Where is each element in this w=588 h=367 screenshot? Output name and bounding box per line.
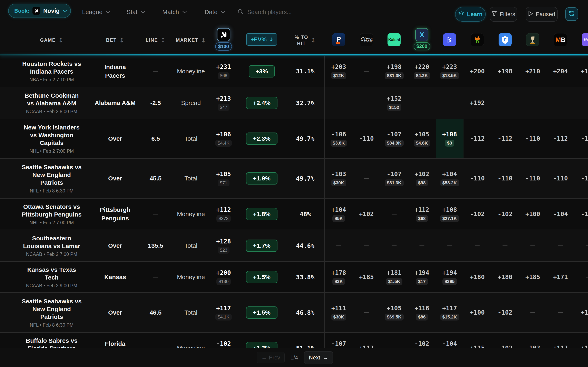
book-odds-cell[interactable]: -110 (491, 159, 519, 198)
book-odds-cell[interactable] (519, 293, 547, 332)
column-header-hit[interactable]: % TO HIT ↕ (286, 24, 324, 54)
game-cell[interactable]: Kansas vs TexasTech NCAAB • Feb 2 9:00 P… (0, 262, 91, 292)
book-odds-cell[interactable]: -112 (491, 119, 519, 158)
book-odds-cell[interactable]: +180 (463, 262, 491, 292)
prizepicks-book-icon[interactable]: P (332, 33, 345, 46)
x-book-icon[interactable]: X (415, 28, 428, 41)
book-odds-cell[interactable]: +112$68 (408, 199, 436, 230)
book-odds-cell[interactable]: -103$30K (325, 159, 353, 198)
book-odds-cell[interactable] (436, 230, 463, 261)
book-odds-cell[interactable]: +102$98 (408, 159, 436, 198)
book-odds-cell[interactable]: +198 (574, 56, 588, 87)
book-odds-cell[interactable]: +192 (463, 87, 491, 119)
book-odds-cell[interactable] (491, 87, 519, 119)
book-odds-cell[interactable]: -102 (491, 293, 519, 332)
hardrock-book-icon[interactable]: Hard (582, 33, 588, 46)
book-odds-cell[interactable] (380, 199, 408, 230)
book-odds-cell[interactable]: +203$12K (325, 56, 353, 87)
book-odds-cell[interactable]: -107$81.3K (380, 159, 408, 198)
kalshi-book-icon[interactable]: Kalshi (388, 33, 401, 46)
book-odds-cell[interactable] (380, 230, 408, 261)
book-odds-cell[interactable]: +181$1.5K (380, 262, 408, 292)
book-odds-cell[interactable]: +194$395 (436, 262, 463, 292)
novig-odds-cell[interactable]: +106 $4.4K (210, 119, 237, 158)
book-odds-cell[interactable]: -110 (353, 119, 380, 158)
draftkings-book-icon[interactable]: D (471, 33, 484, 46)
paused-button[interactable]: Paused (526, 7, 558, 22)
book-odds-cell[interactable]: +200 (463, 56, 491, 87)
book-odds-cell[interactable] (353, 159, 380, 198)
book-odds-cell[interactable]: +185 (519, 262, 547, 292)
book-odds-cell[interactable]: +210 (519, 56, 547, 87)
chalice-book-icon[interactable] (526, 33, 539, 46)
book-odds-cell[interactable]: +100 (574, 293, 588, 332)
fanduel-book-icon[interactable]: F (499, 33, 512, 46)
mb-book-icon[interactable]: MB (554, 33, 567, 46)
book-odds-cell[interactable] (325, 230, 353, 261)
book-odds-cell[interactable]: -104 (574, 199, 588, 230)
book-odds-cell[interactable]: +108$27.1K (436, 199, 463, 230)
novig-odds-cell[interactable]: +200 $130 (210, 262, 237, 292)
book-odds-cell[interactable]: +108$3 (436, 119, 463, 158)
book-odds-cell[interactable]: -112 (463, 119, 491, 158)
game-cell[interactable]: Seattle Seahawks vsNew EnglandPatriots N… (0, 293, 91, 332)
game-cell[interactable]: Seattle Seahawks vsNew EnglandPatriots N… (0, 159, 91, 198)
filters-button[interactable]: Filters (490, 7, 517, 22)
book-odds-cell[interactable]: +198$31.3K (380, 56, 408, 87)
novig-odds-cell[interactable]: +117 $4.1K (210, 293, 237, 332)
book-odds-cell[interactable]: -104 (546, 199, 574, 230)
book-odds-cell[interactable]: +111$30K (325, 293, 353, 332)
refresh-button[interactable] (565, 7, 578, 21)
book-odds-cell[interactable] (436, 87, 463, 119)
column-header-line[interactable]: LINE ↕ (139, 24, 172, 54)
book-odds-cell[interactable]: +117$15.2K (436, 293, 463, 332)
game-cell[interactable]: Ottawa Senators vsPittsburgh Penguins NH… (0, 199, 91, 230)
book-odds-cell[interactable] (519, 230, 547, 261)
book-odds-cell[interactable]: +180 (491, 262, 519, 292)
book-odds-cell[interactable] (408, 230, 436, 261)
novig-odds-cell[interactable]: +112 $373 (210, 199, 237, 230)
circa-book-icon[interactable]: CircaSPORTS (360, 33, 373, 46)
nav-dropdown-stat[interactable]: Stat (127, 0, 145, 24)
column-header-game[interactable]: GAME ↕ (0, 24, 91, 54)
book-odds-cell[interactable]: +194$17 (408, 262, 436, 292)
game-cell[interactable]: New York Islandersvs WashingtonCapitals … (0, 119, 91, 158)
book-odds-cell[interactable]: -110 (519, 159, 547, 198)
book-odds-cell[interactable] (408, 87, 436, 119)
novig-odds-cell[interactable]: +105 $71 (210, 159, 237, 198)
book-odds-cell[interactable]: -112 (546, 119, 574, 158)
book-odds-cell[interactable]: +178$3K (325, 262, 353, 292)
book-odds-cell[interactable]: -102 (463, 199, 491, 230)
book-odds-cell[interactable]: -107$84.9K (380, 119, 408, 158)
book-odds-cell[interactable] (325, 87, 353, 119)
game-cell[interactable]: SoutheasternLouisiana vs Lamar NCAAB • F… (0, 230, 91, 261)
book-odds-cell[interactable] (353, 87, 380, 119)
rebet-book-icon[interactable] (443, 33, 456, 46)
book-odds-cell[interactable] (546, 293, 574, 332)
prev-page-button[interactable]: ← Prev (257, 352, 285, 363)
game-cell[interactable]: Bethune Cookmanvs Alabama A&M NCAAB • Fe… (0, 87, 91, 119)
nav-dropdown-match[interactable]: Match (162, 0, 187, 24)
book-odds-cell[interactable]: -110 (463, 159, 491, 198)
book-odds-cell[interactable] (546, 230, 574, 261)
novig-odds-cell[interactable]: +128 $23 (210, 230, 237, 261)
book-odds-cell[interactable] (353, 230, 380, 261)
ev-sort-button[interactable]: +EV% (246, 33, 277, 46)
learn-button[interactable]: Learn (455, 7, 486, 22)
novig-odds-cell[interactable]: +231 $68 (210, 56, 237, 87)
book-odds-cell[interactable] (574, 262, 588, 292)
book-odds-cell[interactable]: +105$4.6K (408, 119, 436, 158)
book-odds-cell[interactable]: +116$86 (408, 293, 436, 332)
book-odds-cell[interactable]: -112 (574, 119, 588, 158)
book-odds-cell[interactable]: +220$4.2K (408, 56, 436, 87)
book-odds-cell[interactable] (353, 293, 380, 332)
book-odds-cell[interactable]: +102 (353, 199, 380, 230)
book-odds-cell[interactable]: -110 (574, 159, 588, 198)
next-page-button[interactable]: Next → (304, 351, 333, 364)
book-odds-cell[interactable]: +171 (546, 262, 574, 292)
book-odds-cell[interactable]: +223$18.5K (436, 56, 463, 87)
book-odds-cell[interactable]: +100 (463, 293, 491, 332)
book-odds-cell[interactable] (574, 87, 588, 119)
book-odds-cell[interactable] (546, 87, 574, 119)
book-odds-cell[interactable]: +104$53.2K (436, 159, 463, 198)
